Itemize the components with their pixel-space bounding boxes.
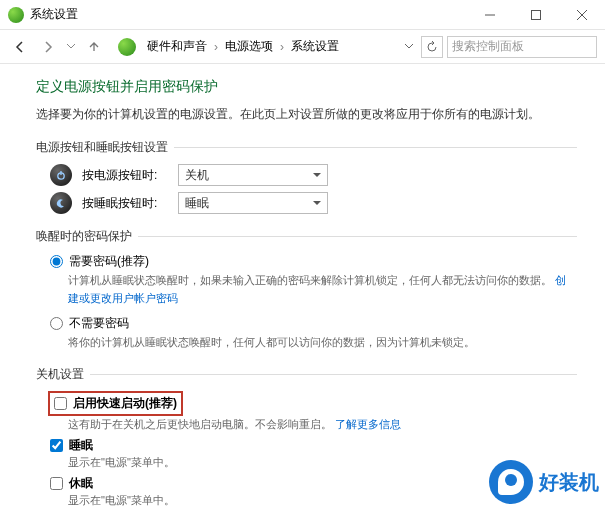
content-area: 定义电源按钮并启用密码保护 选择要为你的计算机设置的电源设置。在此页上对设置所做… bbox=[0, 64, 605, 512]
radio-input[interactable] bbox=[50, 255, 63, 268]
power-icon bbox=[50, 164, 72, 186]
checkbox-label: 睡眠 bbox=[69, 437, 93, 454]
search-input[interactable]: 搜索控制面板 bbox=[447, 36, 597, 58]
search-placeholder: 搜索控制面板 bbox=[452, 38, 524, 55]
option-description: 计算机从睡眠状态唤醒时，如果未输入正确的密码来解除计算机锁定，任何人都无法访问你… bbox=[68, 272, 577, 307]
radio-input[interactable] bbox=[50, 317, 63, 330]
page-description: 选择要为你的计算机设置的电源设置。在此页上对设置所做的更改将应用于你所有的电源计… bbox=[36, 106, 577, 123]
hibernate-checkbox[interactable] bbox=[50, 477, 63, 490]
wake-password-group: 唤醒时的密码保护 需要密码(推荐) 计算机从睡眠状态唤醒时，如果未输入正确的密码… bbox=[36, 228, 577, 352]
breadcrumb-icon bbox=[118, 38, 136, 56]
sleep-button-action-dropdown[interactable]: 睡眠 bbox=[178, 192, 328, 214]
radio-label: 需要密码(推荐) bbox=[69, 253, 149, 270]
watermark-logo-icon bbox=[489, 460, 533, 504]
nav-forward-button[interactable] bbox=[36, 35, 60, 59]
maximize-button[interactable] bbox=[513, 0, 559, 30]
close-button[interactable] bbox=[559, 0, 605, 30]
row-label: 按睡眠按钮时: bbox=[82, 195, 178, 212]
power-button-action-dropdown[interactable]: 关机 bbox=[178, 164, 328, 186]
fast-startup-checkbox[interactable] bbox=[54, 397, 67, 410]
chevron-down-icon[interactable] bbox=[405, 44, 413, 49]
breadcrumb-item[interactable]: 系统设置 bbox=[288, 36, 342, 57]
nav-up-button[interactable] bbox=[82, 35, 106, 59]
power-button-row: 按电源按钮时: 关机 bbox=[50, 164, 577, 186]
svg-rect-1 bbox=[532, 10, 541, 19]
watermark: 好装机 bbox=[489, 460, 599, 504]
checkbox-label: 休眠 bbox=[69, 475, 93, 492]
nav-back-button[interactable] bbox=[8, 35, 32, 59]
row-label: 按电源按钮时: bbox=[82, 167, 178, 184]
radio-label: 不需要密码 bbox=[69, 315, 129, 332]
sleep-checkbox[interactable] bbox=[50, 439, 63, 452]
power-button-settings-group: 电源按钮和睡眠按钮设置 按电源按钮时: 关机 按睡眠按钮时: 睡眠 bbox=[36, 139, 577, 214]
watermark-text: 好装机 bbox=[539, 469, 599, 496]
minimize-button[interactable] bbox=[467, 0, 513, 30]
learn-more-link[interactable]: 了解更多信息 bbox=[335, 418, 401, 430]
nav-row: 硬件和声音 › 电源选项 › 系统设置 搜索控制面板 bbox=[0, 30, 605, 64]
checkbox-label: 启用快速启动(推荐) bbox=[73, 395, 177, 412]
window-title: 系统设置 bbox=[30, 6, 467, 23]
chevron-right-icon: › bbox=[278, 40, 286, 54]
group-heading: 关机设置 bbox=[36, 366, 84, 383]
no-password-radio[interactable]: 不需要密码 bbox=[50, 315, 577, 332]
group-heading: 电源按钮和睡眠按钮设置 bbox=[36, 139, 168, 156]
group-heading: 唤醒时的密码保护 bbox=[36, 228, 132, 245]
breadcrumb: 硬件和声音 › 电源选项 › 系统设置 bbox=[144, 36, 417, 57]
checkbox-description: 这有助于在关机之后更快地启动电脑。不会影响重启。 了解更多信息 bbox=[68, 417, 577, 432]
sleep-checkbox-row[interactable]: 睡眠 bbox=[50, 437, 577, 454]
require-password-radio[interactable]: 需要密码(推荐) bbox=[50, 253, 577, 270]
app-icon bbox=[8, 7, 24, 23]
breadcrumb-item[interactable]: 硬件和声音 bbox=[144, 36, 210, 57]
titlebar: 系统设置 bbox=[0, 0, 605, 30]
chevron-down-icon bbox=[313, 201, 321, 205]
breadcrumb-item[interactable]: 电源选项 bbox=[222, 36, 276, 57]
option-description: 将你的计算机从睡眠状态唤醒时，任何人都可以访问你的数据，因为计算机未锁定。 bbox=[68, 334, 577, 352]
sleep-icon bbox=[50, 192, 72, 214]
sleep-button-row: 按睡眠按钮时: 睡眠 bbox=[50, 192, 577, 214]
nav-history-dropdown[interactable] bbox=[64, 44, 78, 49]
page-title: 定义电源按钮并启用密码保护 bbox=[36, 78, 577, 96]
chevron-down-icon bbox=[313, 173, 321, 177]
chevron-right-icon: › bbox=[212, 40, 220, 54]
fast-startup-highlight: 启用快速启动(推荐) bbox=[48, 391, 183, 416]
refresh-button[interactable] bbox=[421, 36, 443, 58]
